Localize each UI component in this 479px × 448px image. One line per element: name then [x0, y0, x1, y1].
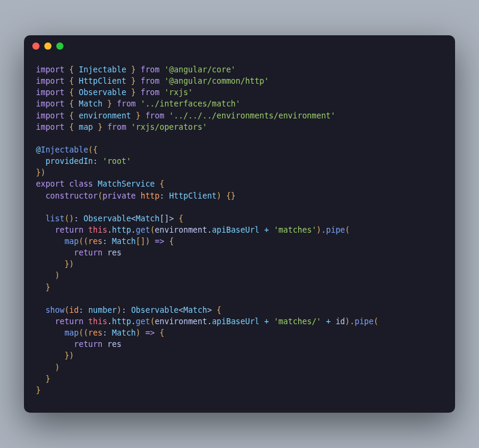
paren: ) — [117, 306, 122, 315]
brace: { — [65, 65, 79, 74]
dot: . — [107, 225, 112, 234]
space — [65, 179, 69, 188]
brace: ) {} — [217, 191, 236, 200]
bracket: []) — [136, 237, 155, 246]
keyword: import — [36, 99, 65, 108]
ident: res — [107, 248, 122, 257]
brace: }) — [65, 260, 74, 269]
ident: environment — [155, 225, 207, 234]
colon: : — [102, 237, 112, 246]
minimize-icon[interactable] — [44, 42, 51, 50]
paren: ). — [345, 317, 354, 326]
brace: } — [126, 65, 141, 74]
string: '../../../environments/environment' — [169, 111, 335, 120]
method: pipe — [354, 317, 374, 326]
operator: + — [264, 225, 269, 234]
colon: : — [93, 157, 102, 166]
close-icon[interactable] — [32, 42, 40, 50]
method: list — [46, 214, 65, 223]
keyword: private — [102, 191, 136, 200]
string: '@angular/core' — [164, 65, 235, 74]
paren: ( — [150, 225, 155, 234]
dot: . — [131, 225, 136, 234]
indent — [36, 328, 65, 337]
decorator: Injectable — [41, 145, 88, 154]
symbol: environment — [78, 111, 131, 120]
type: Match — [112, 328, 136, 337]
space — [102, 340, 107, 349]
this: this — [88, 225, 107, 234]
param: id — [69, 306, 79, 315]
paren: (( — [78, 237, 88, 246]
string: '../interfaces/match' — [141, 99, 241, 108]
dot: . — [207, 225, 212, 234]
indent — [36, 214, 46, 223]
dot: . — [107, 317, 112, 326]
paren: ( — [150, 317, 155, 326]
keyword: from — [141, 77, 160, 86]
method: map — [65, 328, 79, 337]
brace: { — [169, 237, 174, 246]
method: pipe — [326, 225, 345, 234]
keyword: return — [55, 225, 84, 234]
string: 'rxjs' — [164, 88, 193, 97]
brace: } — [102, 99, 117, 108]
type: number — [88, 306, 117, 315]
paren: ( — [345, 225, 350, 234]
brace: { — [160, 328, 165, 337]
brace: } — [126, 88, 141, 97]
method: get — [136, 317, 150, 326]
property: providedIn — [46, 157, 93, 166]
brace: { — [217, 306, 222, 315]
keyword: class — [69, 179, 93, 188]
method: show — [46, 306, 65, 315]
type: Match — [183, 306, 207, 315]
keyword: import — [36, 123, 65, 132]
maximize-icon[interactable] — [56, 42, 63, 50]
type: Match — [112, 237, 136, 246]
type: Observable — [131, 306, 178, 315]
brace: } — [46, 374, 50, 383]
indent — [36, 374, 46, 383]
dot: . — [131, 317, 136, 326]
param: res — [88, 237, 102, 246]
space — [269, 317, 274, 326]
string: '@angular/common/http' — [164, 77, 269, 86]
ident: environment — [155, 317, 207, 326]
indent — [36, 317, 55, 326]
symbol: Injectable — [78, 65, 126, 74]
space — [102, 248, 107, 257]
space — [322, 317, 326, 326]
space — [155, 328, 160, 337]
angle: > — [207, 306, 212, 315]
keyword: import — [36, 65, 65, 74]
space — [269, 225, 274, 234]
brace: { — [65, 99, 79, 108]
keyword: return — [74, 248, 103, 257]
keyword: import — [36, 111, 65, 120]
type: Match — [136, 214, 160, 223]
indent — [36, 237, 65, 246]
symbol: map — [78, 123, 93, 132]
brace: { — [159, 179, 164, 188]
constructor: constructor — [46, 191, 98, 200]
angle: < — [131, 214, 136, 223]
bracket: []> — [160, 214, 174, 223]
indent — [36, 260, 65, 269]
indent — [36, 157, 46, 166]
brace: { — [178, 214, 183, 223]
indent — [36, 340, 74, 349]
space — [126, 123, 131, 132]
property: apiBaseUrl — [212, 317, 259, 326]
indent — [36, 225, 55, 234]
keyword: return — [74, 340, 103, 349]
indent — [36, 283, 46, 292]
symbol: HttpClient — [78, 77, 126, 86]
at-sign: @ — [36, 145, 41, 154]
paren: ( — [98, 191, 102, 200]
space — [212, 306, 217, 315]
keyword: from — [117, 99, 136, 108]
brace: }) — [65, 351, 74, 360]
indent — [36, 248, 74, 257]
brace: { — [65, 88, 79, 97]
